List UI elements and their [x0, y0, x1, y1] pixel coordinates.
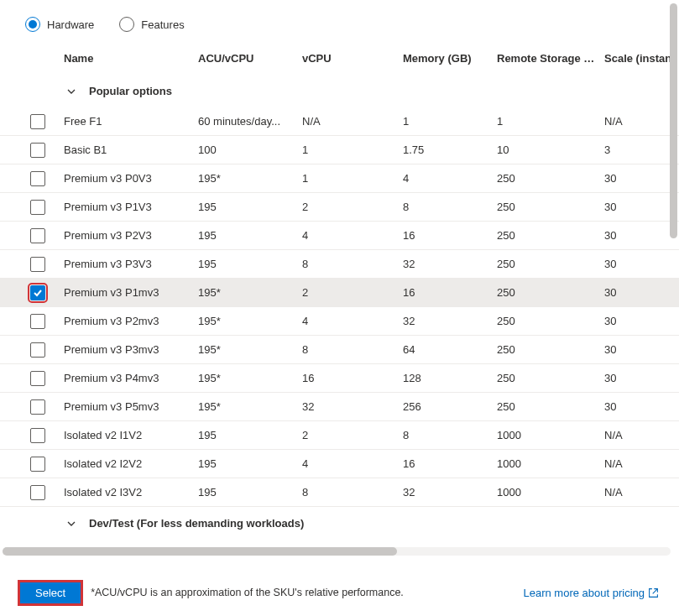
header-vcpu[interactable]: vCPU — [302, 52, 403, 65]
row-checkbox[interactable] — [30, 228, 45, 243]
select-button[interactable]: Select — [20, 582, 81, 603]
row-checkbox[interactable] — [30, 257, 45, 272]
table-row[interactable]: Premium v3 P3mv3195*86425030 — [0, 336, 679, 364]
cell-scale: 30 — [604, 229, 679, 242]
row-checkbox[interactable] — [30, 200, 45, 215]
cell-storage: 1000 — [497, 486, 604, 499]
cell-vcpu: 1 — [302, 172, 403, 185]
cell-vcpu: 4 — [302, 315, 403, 327]
cell-vcpu: 4 — [302, 457, 403, 470]
cell-acu: 195 — [198, 258, 302, 270]
row-checkbox[interactable] — [30, 428, 45, 443]
cell-acu: 195 — [198, 457, 302, 470]
row-checkbox[interactable] — [30, 114, 45, 129]
group-header[interactable]: Popular options — [0, 75, 679, 107]
header-acu[interactable]: ACU/vCPU — [198, 52, 302, 65]
header-name[interactable]: Name — [64, 52, 198, 65]
table-row[interactable]: Premium v3 P0V3195*1425030 — [0, 164, 679, 193]
cell-acu: 195 — [198, 201, 302, 213]
group-header[interactable]: Dev/Test (For less demanding workloads) — [0, 507, 679, 540]
row-checkbox[interactable] — [30, 457, 45, 472]
row-checkbox[interactable] — [30, 171, 45, 186]
learn-more-link[interactable]: Learn more about pricing — [523, 587, 659, 599]
table-row[interactable]: Isolated v2 I3V21958321000N/A — [0, 478, 679, 507]
row-checkbox[interactable] — [30, 143, 45, 158]
cell-vcpu: 16 — [302, 372, 403, 384]
row-checkbox[interactable] — [30, 342, 45, 358]
radio-features[interactable]: Features — [119, 17, 184, 32]
cell-storage: 250 — [497, 172, 604, 185]
cell-acu: 195* — [198, 286, 302, 299]
cell-memory: 4 — [403, 172, 497, 185]
table-row[interactable]: Premium v3 P1mv3195*21625030 — [0, 279, 679, 307]
radio-features-label: Features — [141, 18, 184, 31]
cell-acu: 195* — [198, 400, 302, 413]
radio-hardware-label: Hardware — [47, 18, 94, 31]
header-scale[interactable]: Scale (instan — [604, 52, 679, 65]
cell-storage: 1000 — [497, 429, 604, 441]
vertical-scrollbar-thumb[interactable] — [670, 3, 677, 238]
row-checkbox[interactable] — [30, 399, 45, 415]
cell-acu: 195 — [198, 429, 302, 441]
chevron-down-icon — [65, 86, 77, 97]
cell-acu: 195* — [198, 343, 302, 356]
table-header-row: Name ACU/vCPU vCPU Memory (GB) Remote St… — [0, 52, 679, 75]
radio-hardware[interactable]: Hardware — [25, 17, 94, 32]
learn-more-label: Learn more about pricing — [523, 587, 645, 599]
cell-storage: 10 — [497, 144, 604, 156]
row-checkbox[interactable] — [30, 285, 45, 300]
cell-acu: 60 minutes/day... — [198, 115, 302, 128]
footer-bar: Select *ACU/vCPU is an approximation of … — [0, 569, 679, 616]
sku-table: Name ACU/vCPU vCPU Memory (GB) Remote St… — [0, 52, 679, 540]
cell-name: Premium v3 P2mv3 — [64, 315, 198, 327]
cell-scale: 30 — [604, 343, 679, 356]
cell-memory: 32 — [403, 315, 497, 327]
cell-storage: 250 — [497, 343, 604, 356]
cell-memory: 128 — [403, 372, 497, 384]
table-row[interactable]: Premium v3 P3V319583225030 — [0, 250, 679, 279]
cell-memory: 16 — [403, 457, 497, 470]
table-row[interactable]: Basic B110011.75103 — [0, 136, 679, 164]
cell-storage: 250 — [497, 286, 604, 299]
cell-storage: 250 — [497, 201, 604, 213]
cell-acu: 195 — [198, 486, 302, 499]
row-checkbox[interactable] — [30, 371, 45, 386]
cell-vcpu: 2 — [302, 429, 403, 441]
cell-scale: 30 — [604, 201, 679, 213]
cell-memory: 16 — [403, 286, 497, 299]
cell-storage: 1000 — [497, 457, 604, 470]
table-row[interactable]: Premium v3 P4mv3195*1612825030 — [0, 364, 679, 393]
cell-name: Premium v3 P1mv3 — [64, 286, 198, 299]
row-checkbox[interactable] — [30, 485, 45, 500]
header-memory[interactable]: Memory (GB) — [403, 52, 497, 65]
table-row[interactable]: Premium v3 P5mv3195*3225625030 — [0, 393, 679, 421]
table-row[interactable]: Free F160 minutes/day...N/A11N/A — [0, 107, 679, 136]
header-storage[interactable]: Remote Storage (GB) — [497, 52, 604, 65]
radio-unchecked-icon — [119, 17, 134, 32]
table-row[interactable]: Premium v3 P1V31952825030 — [0, 193, 679, 222]
cell-name: Premium v3 P0V3 — [64, 172, 198, 185]
table-row[interactable]: Premium v3 P2V319541625030 — [0, 222, 679, 250]
group-label: Dev/Test (For less demanding workloads) — [89, 517, 304, 530]
table-row[interactable]: Isolated v2 I1V2195281000N/A — [0, 421, 679, 450]
cell-vcpu: 4 — [302, 229, 403, 242]
footnote-text: *ACU/vCPU is an approximation of the SKU… — [91, 587, 404, 598]
horizontal-scrollbar-thumb[interactable] — [3, 547, 397, 556]
row-checkbox[interactable] — [30, 314, 45, 329]
table-row[interactable]: Premium v3 P2mv3195*43225030 — [0, 307, 679, 336]
cell-name: Isolated v2 I2V2 — [64, 457, 198, 470]
cell-name: Premium v3 P3mv3 — [64, 343, 198, 356]
cell-scale: 30 — [604, 372, 679, 384]
cell-vcpu: 1 — [302, 144, 403, 156]
cell-memory: 64 — [403, 343, 497, 356]
table-row[interactable]: Isolated v2 I2V21954161000N/A — [0, 450, 679, 478]
cell-storage: 250 — [497, 400, 604, 413]
cell-memory: 8 — [403, 201, 497, 213]
cell-acu: 195* — [198, 172, 302, 185]
cell-name: Isolated v2 I3V2 — [64, 486, 198, 499]
cell-name: Free F1 — [64, 115, 198, 128]
cell-memory: 256 — [403, 400, 497, 413]
cell-vcpu: 8 — [302, 486, 403, 499]
cell-storage: 1 — [497, 115, 604, 128]
cell-scale: 3 — [604, 144, 679, 156]
